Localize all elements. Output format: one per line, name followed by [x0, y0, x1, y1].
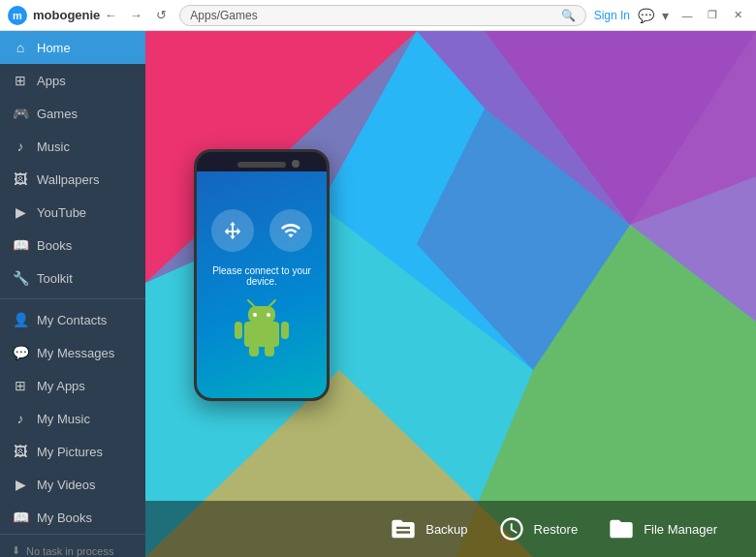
svg-rect-20 [265, 345, 274, 356]
my-books-icon: 📖 [12, 510, 29, 525]
backup-icon [389, 514, 418, 543]
messages-icon[interactable]: 💬 [638, 8, 654, 23]
svg-line-16 [269, 300, 275, 306]
svg-rect-17 [235, 322, 242, 339]
back-button[interactable]: ← [100, 5, 121, 26]
backup-action[interactable]: Backup [389, 514, 467, 543]
file-manager-icon [607, 514, 636, 543]
my-videos-icon: ▶ [12, 477, 29, 492]
sign-in-button[interactable]: Sign In [594, 9, 630, 22]
svg-rect-19 [249, 345, 259, 356]
sidebar-label-apps: Apps [37, 74, 66, 88]
android-robot [233, 298, 291, 360]
phone-icons-row [211, 209, 312, 252]
sidebar-label-wallpapers: Wallpapers [37, 172, 100, 187]
logo-text: mobogenie [33, 8, 100, 22]
title-bar: m mobogenie ← → ↺ Apps/Games 🔍 Sign In 💬… [0, 0, 756, 31]
sidebar: ⌂ Home ⊞ Apps 🎮 Games ♪ Music 🖼 Wallpape… [0, 31, 145, 557]
sidebar-label-my-pictures: My Pictures [37, 445, 103, 459]
sidebar-status: ⬇ No task in process [0, 534, 145, 557]
my-music-icon: ♪ [12, 411, 29, 426]
phone-container: Please connect to your device. [174, 50, 349, 499]
sidebar-item-home[interactable]: ⌂ Home [0, 31, 145, 64]
sidebar-label-my-books: My Books [37, 511, 92, 525]
window-controls: — ❐ ✕ [677, 5, 748, 26]
content-area: Please connect to your device. [145, 31, 756, 557]
minimize-button[interactable]: — [677, 5, 698, 26]
wallpapers-icon: 🖼 [12, 171, 29, 187]
sidebar-item-youtube[interactable]: ▶ YouTube [0, 196, 145, 229]
connect-text: Please connect to your device. [206, 265, 317, 287]
sidebar-item-books[interactable]: 📖 Books [0, 229, 145, 262]
backup-label: Backup [425, 522, 467, 537]
sidebar-label-my-messages: My Messages [37, 346, 114, 360]
svg-line-15 [248, 300, 254, 306]
contacts-icon: 👤 [12, 312, 29, 327]
search-icon: 🔍 [561, 9, 576, 22]
logo-icon: m [8, 6, 27, 25]
wifi-connect-icon [269, 209, 312, 252]
sidebar-label-my-apps: My Apps [37, 379, 85, 393]
home-icon: ⌂ [12, 40, 29, 55]
sidebar-label-my-music: My Music [37, 412, 90, 426]
svg-point-13 [253, 313, 257, 317]
restore-action[interactable]: Restore [497, 514, 579, 543]
sidebar-item-my-books[interactable]: 📖 My Books [0, 501, 145, 534]
svg-rect-11 [244, 322, 279, 347]
sidebar-item-games[interactable]: 🎮 Games [0, 97, 145, 130]
phone-screen: Please connect to your device. [197, 171, 327, 398]
svg-point-14 [267, 313, 270, 317]
sidebar-label-my-contacts: My Contacts [37, 313, 107, 327]
toolbar-area: 💬 ▾ [638, 8, 669, 23]
status-text: No task in process [26, 545, 113, 557]
sidebar-divider [0, 298, 145, 299]
svg-rect-12 [248, 306, 275, 324]
toolkit-icon: 🔧 [12, 270, 29, 286]
sidebar-item-my-pictures[interactable]: 🖼 My Pictures [0, 435, 145, 468]
svg-rect-18 [281, 322, 289, 339]
sidebar-item-my-messages[interactable]: 💬 My Messages [0, 336, 145, 369]
sidebar-item-my-apps[interactable]: ⊞ My Apps [0, 369, 145, 402]
nav-buttons: ← → ↺ [100, 5, 172, 26]
sidebar-label-youtube: YouTube [37, 205, 86, 220]
games-icon: 🎮 [12, 106, 29, 121]
restore-icon [497, 514, 526, 543]
sidebar-item-toolkit[interactable]: 🔧 Toolkit [0, 262, 145, 294]
title-bar-left: m mobogenie [8, 6, 100, 25]
restore-label: Restore [534, 522, 579, 537]
phone-speaker [237, 162, 286, 168]
main-content: ⌂ Home ⊞ Apps 🎮 Games ♪ Music 🖼 Wallpape… [0, 31, 756, 557]
close-button[interactable]: ✕ [727, 5, 748, 26]
file-manager-action[interactable]: File Manager [607, 514, 717, 543]
my-apps-icon: ⊞ [12, 378, 29, 393]
sidebar-item-my-music[interactable]: ♪ My Music [0, 402, 145, 435]
music-icon: ♪ [12, 139, 29, 154]
phone-camera [292, 160, 299, 168]
forward-button[interactable]: → [125, 5, 146, 26]
sidebar-label-toolkit: Toolkit [37, 271, 73, 286]
my-pictures-icon: 🖼 [12, 444, 29, 459]
sidebar-main-section: ⌂ Home ⊞ Apps 🎮 Games ♪ Music 🖼 Wallpape… [0, 31, 145, 534]
wifi-icon[interactable]: ▾ [662, 8, 669, 23]
sidebar-label-my-videos: My Videos [37, 478, 95, 492]
apps-icon: ⊞ [12, 73, 29, 88]
content-bottom-bar: Backup Restore File Manager [145, 501, 756, 557]
file-manager-label: File Manager [644, 522, 717, 537]
download-icon: ⬇ [12, 544, 20, 557]
refresh-button[interactable]: ↺ [150, 5, 172, 26]
phone-device: Please connect to your device. [194, 149, 330, 401]
usb-icon [211, 209, 254, 252]
sidebar-label-books: Books [37, 238, 72, 253]
sidebar-item-apps[interactable]: ⊞ Apps [0, 64, 145, 97]
address-bar[interactable]: Apps/Games 🔍 [179, 5, 585, 26]
restore-button[interactable]: ❐ [702, 5, 723, 26]
sidebar-item-music[interactable]: ♪ Music [0, 130, 145, 163]
sidebar-item-my-videos[interactable]: ▶ My Videos [0, 468, 145, 501]
sidebar-label-home: Home [37, 41, 71, 55]
sidebar-item-wallpapers[interactable]: 🖼 Wallpapers [0, 163, 145, 196]
address-text: Apps/Games [190, 9, 560, 22]
sidebar-label-games: Games [37, 107, 78, 121]
sidebar-label-music: Music [37, 139, 70, 154]
sidebar-item-my-contacts[interactable]: 👤 My Contacts [0, 303, 145, 336]
books-icon: 📖 [12, 237, 29, 253]
